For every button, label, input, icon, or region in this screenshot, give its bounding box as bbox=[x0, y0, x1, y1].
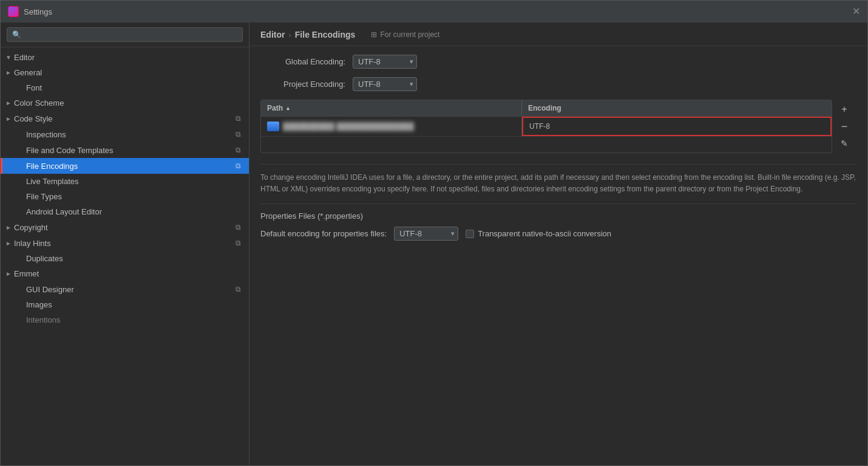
sidebar-item-copyright[interactable]: Copyright bbox=[1, 219, 249, 235]
table-action-buttons: + − ✎ bbox=[832, 100, 856, 153]
for-project-section: ⊞ For current project bbox=[371, 30, 439, 39]
path-column-header[interactable]: Path ▲ bbox=[261, 100, 522, 116]
breadcrumb-child: File Encodings bbox=[295, 30, 356, 39]
path-sort-icon: ▲ bbox=[285, 105, 291, 111]
project-icon: ⊞ bbox=[371, 30, 377, 39]
inlay-hints-arrow-icon bbox=[5, 240, 14, 247]
search-bar bbox=[1, 22, 249, 47]
encoding-value: UTF-8 bbox=[529, 122, 550, 131]
table-row[interactable]: ██████████ ███████████████ UTF-8 bbox=[261, 117, 832, 137]
sidebar-item-gui-designer[interactable]: GUI Designer bbox=[1, 281, 249, 297]
encoding-cell[interactable]: UTF-8 bbox=[522, 117, 832, 136]
project-encoding-row: Project Encoding: UTF-8 UTF-16 ISO-8859-… bbox=[260, 77, 856, 91]
global-encoding-select-wrapper: UTF-8 UTF-16 ISO-8859-1 bbox=[353, 55, 417, 69]
edit-encoding-button[interactable]: ✎ bbox=[837, 136, 852, 151]
sidebar-item-emmet[interactable]: Emmet bbox=[1, 266, 249, 281]
properties-row: Default encoding for properties files: U… bbox=[260, 227, 856, 241]
global-encoding-select[interactable]: UTF-8 UTF-16 ISO-8859-1 bbox=[353, 55, 417, 69]
close-button[interactable]: ✕ bbox=[852, 7, 860, 16]
code-style-arrow-icon bbox=[5, 115, 14, 122]
default-encoding-select[interactable]: UTF-8 UTF-16 ISO-8859-1 bbox=[394, 227, 458, 241]
gui-designer-copy-icon bbox=[233, 284, 243, 294]
path-value: ██████████ ███████████████ bbox=[283, 122, 414, 131]
inlay-hints-copy-icon bbox=[233, 238, 243, 248]
breadcrumb: Editor › File Encodings bbox=[260, 30, 355, 39]
description-text: To change encoding IntelliJ IDEA uses fo… bbox=[260, 164, 856, 195]
transparent-checkbox[interactable] bbox=[466, 230, 474, 238]
sidebar-item-file-code-templates[interactable]: File and Code Templates bbox=[1, 142, 249, 158]
remove-encoding-button[interactable]: − bbox=[837, 119, 852, 134]
sidebar-item-live-templates[interactable]: Live Templates bbox=[1, 174, 249, 189]
transparent-label: Transparent native-to-ascii conversion bbox=[478, 229, 611, 238]
global-encoding-label: Global Encoding: bbox=[260, 57, 345, 66]
general-arrow-icon bbox=[5, 69, 14, 76]
editor-arrow-icon bbox=[5, 54, 14, 61]
main-content: Editor General Font Color Scheme bbox=[1, 22, 867, 465]
path-cell: ██████████ ███████████████ bbox=[261, 117, 522, 136]
file-encodings-copy-icon bbox=[233, 161, 243, 171]
panel-header: Editor › File Encodings ⊞ For current pr… bbox=[249, 22, 867, 46]
global-encoding-row: Global Encoding: UTF-8 UTF-16 ISO-8859-1 bbox=[260, 55, 856, 69]
window-title: Settings bbox=[24, 7, 52, 16]
color-scheme-arrow-icon bbox=[5, 100, 14, 106]
sidebar-item-images[interactable]: Images bbox=[1, 297, 249, 312]
project-encoding-select[interactable]: UTF-8 UTF-16 ISO-8859-1 bbox=[353, 77, 417, 91]
table-with-buttons: Path ▲ Encoding ██████████ █████████ bbox=[260, 100, 856, 153]
sidebar-item-font[interactable]: Font bbox=[1, 80, 249, 95]
file-code-templates-copy-icon bbox=[233, 145, 243, 155]
sidebar-item-duplicates[interactable]: Duplicates bbox=[1, 251, 249, 266]
add-encoding-button[interactable]: + bbox=[837, 102, 852, 117]
title-bar: Settings ✕ bbox=[1, 1, 867, 22]
settings-window: Settings ✕ Editor General bbox=[0, 0, 868, 466]
sidebar-item-color-scheme[interactable]: Color Scheme bbox=[1, 95, 249, 111]
table-header: Path ▲ Encoding bbox=[261, 100, 832, 117]
sidebar-item-general[interactable]: General bbox=[1, 65, 249, 80]
project-encoding-label: Project Encoding: bbox=[260, 80, 345, 89]
panel-body: Global Encoding: UTF-8 UTF-16 ISO-8859-1… bbox=[249, 46, 867, 465]
code-style-copy-icon bbox=[233, 114, 243, 123]
main-panel: Editor › File Encodings ⊞ For current pr… bbox=[249, 22, 867, 465]
transparent-checkbox-wrap: Transparent native-to-ascii conversion bbox=[466, 229, 611, 238]
encoding-table: Path ▲ Encoding ██████████ █████████ bbox=[260, 100, 832, 153]
emmet-arrow-icon bbox=[5, 270, 14, 277]
copyright-copy-icon bbox=[233, 222, 243, 232]
sidebar-item-android-layout-editor[interactable]: Android Layout Editor bbox=[1, 204, 249, 219]
nav-list: Editor General Font Color Scheme bbox=[1, 47, 249, 330]
encoding-column-header[interactable]: Encoding bbox=[522, 100, 832, 116]
sidebar-item-editor[interactable]: Editor bbox=[1, 50, 249, 65]
breadcrumb-parent: Editor bbox=[260, 30, 285, 39]
sidebar-item-intentions[interactable]: Intentions bbox=[1, 312, 249, 327]
sidebar-item-inspections[interactable]: Inspections bbox=[1, 126, 249, 142]
inspections-copy-icon bbox=[233, 129, 243, 139]
for-project-label: For current project bbox=[380, 30, 439, 39]
sidebar-item-file-types[interactable]: File Types bbox=[1, 189, 249, 204]
active-bar bbox=[1, 158, 2, 174]
path-file-icon bbox=[267, 122, 279, 131]
sidebar-item-inlay-hints[interactable]: Inlay Hints bbox=[1, 235, 249, 251]
sidebar-item-code-style[interactable]: Code Style bbox=[1, 111, 249, 126]
default-encoding-select-wrapper: UTF-8 UTF-16 ISO-8859-1 bbox=[394, 227, 458, 241]
app-logo-icon bbox=[8, 6, 19, 17]
sidebar-item-file-encodings[interactable]: File Encodings bbox=[1, 158, 249, 174]
default-encoding-label: Default encoding for properties files: bbox=[260, 229, 387, 238]
project-encoding-select-wrapper: UTF-8 UTF-16 ISO-8859-1 bbox=[353, 77, 417, 91]
title-bar-left: Settings bbox=[8, 6, 52, 17]
search-input[interactable] bbox=[7, 27, 243, 42]
properties-title: Properties Files (*.properties) bbox=[260, 211, 856, 221]
properties-section: Properties Files (*.properties) Default … bbox=[260, 204, 856, 241]
breadcrumb-separator: › bbox=[288, 30, 291, 39]
copyright-arrow-icon bbox=[5, 224, 14, 231]
sidebar: Editor General Font Color Scheme bbox=[1, 22, 249, 465]
